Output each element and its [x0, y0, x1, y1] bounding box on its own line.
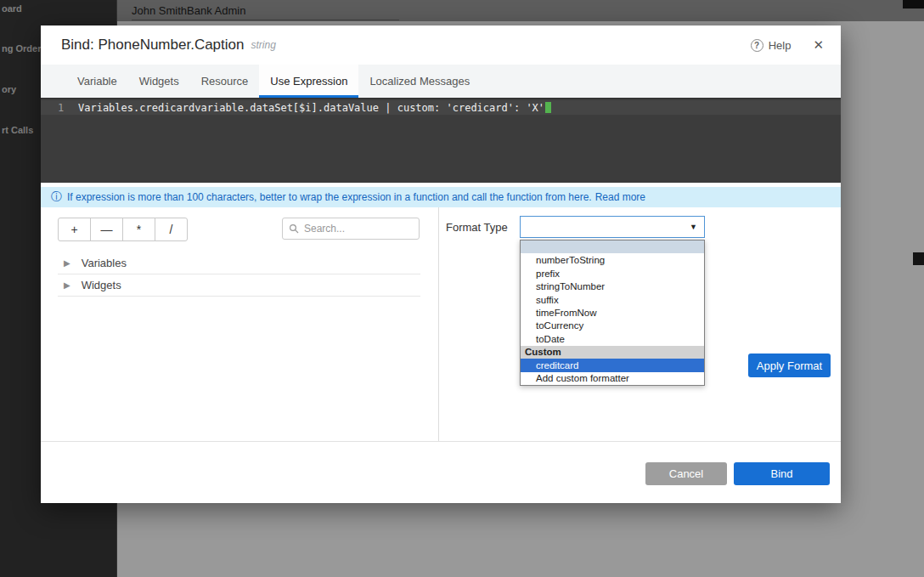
tree-node-variables[interactable]: ▶ Variables: [58, 252, 420, 274]
bindings-tree: ▶ Variables ▶ Widgets: [58, 252, 420, 297]
tree-node-label: Variables: [82, 257, 127, 269]
expression-tools-panel: + — * / ▶ Variables ▶ Widgets: [41, 207, 439, 441]
read-more-link[interactable]: Read more: [595, 191, 645, 203]
info-bar: ⓘ If expression is more than 100 charact…: [41, 187, 841, 207]
multiply-operator-button[interactable]: *: [122, 218, 155, 241]
tab-bar: Variable Widgets Resource Use Expression…: [41, 65, 841, 98]
divide-operator-button[interactable]: /: [155, 218, 188, 241]
minus-operator-button[interactable]: —: [90, 218, 123, 241]
dialog-body: + — * / ▶ Variables ▶ Widgets: [41, 207, 841, 441]
info-icon: ⓘ: [51, 190, 62, 205]
format-option-todate[interactable]: toDate: [521, 332, 704, 345]
format-type-dropdown-list: numberToString prefix stringToNumber suf…: [520, 240, 705, 386]
close-icon[interactable]: ✕: [813, 37, 824, 53]
chevron-right-icon[interactable]: ▶: [58, 258, 70, 268]
tree-node-widgets[interactable]: ▶ Widgets: [58, 274, 420, 297]
tab-resource[interactable]: Resource: [190, 65, 260, 98]
bind-dialog: Bind: PhoneNumber.Caption string ? Help …: [41, 25, 841, 503]
chevron-down-icon: ▼: [690, 223, 697, 231]
format-option-creditcard[interactable]: creditcard: [521, 359, 704, 371]
format-option-timefromnow[interactable]: timeFromNow: [521, 306, 704, 319]
format-panel: Format Type ▼ numberToString prefix stri…: [440, 207, 841, 441]
expression-editor[interactable]: 1 Variables.credicardvariable.dataSet[$i…: [41, 98, 841, 183]
format-option-prefix[interactable]: prefix: [521, 267, 704, 280]
tab-variable[interactable]: Variable: [66, 65, 128, 98]
tab-widgets[interactable]: Widgets: [128, 65, 190, 98]
operator-button-group: + — * /: [58, 218, 188, 241]
expression-code: Variables.credicardvariable.dataSet[$i].…: [78, 102, 544, 114]
line-number: 1: [41, 102, 75, 114]
tree-node-label: Widgets: [82, 279, 121, 291]
dialog-title-type: string: [251, 39, 275, 51]
editor-cursor: [545, 102, 551, 113]
format-option-add-custom-formatter[interactable]: Add custom formatter: [521, 372, 704, 385]
format-option-stringtonumber[interactable]: stringToNumber: [521, 280, 704, 292]
search-icon: [289, 223, 299, 234]
apply-format-button[interactable]: Apply Format: [748, 354, 831, 377]
dialog-header: Bind: PhoneNumber.Caption string ? Help …: [41, 25, 841, 65]
tab-localized-messages[interactable]: Localized Messages: [358, 65, 481, 98]
dialog-footer: Cancel Bind: [41, 441, 841, 503]
format-option-suffix[interactable]: suffix: [521, 293, 704, 306]
help-icon[interactable]: ?: [751, 39, 763, 52]
format-option-blank[interactable]: [521, 240, 704, 253]
format-optgroup-custom: Custom: [521, 346, 704, 359]
tab-use-expression[interactable]: Use Expression: [259, 65, 358, 98]
bind-button[interactable]: Bind: [734, 462, 830, 485]
cancel-button[interactable]: Cancel: [645, 462, 727, 485]
search-box: [282, 218, 420, 240]
help-link[interactable]: Help: [769, 39, 792, 52]
dialog-title: Bind: PhoneNumber.Caption: [61, 37, 244, 54]
search-input[interactable]: [304, 223, 406, 235]
format-type-label: Format Type: [446, 221, 508, 234]
plus-operator-button[interactable]: +: [58, 218, 91, 241]
chevron-right-icon[interactable]: ▶: [58, 280, 70, 290]
format-option-numbertostring[interactable]: numberToString: [521, 253, 704, 266]
format-option-tocurrency[interactable]: toCurrency: [521, 320, 704, 332]
info-text: If expression is more than 100 character…: [67, 191, 592, 203]
format-type-select[interactable]: ▼: [520, 216, 705, 238]
